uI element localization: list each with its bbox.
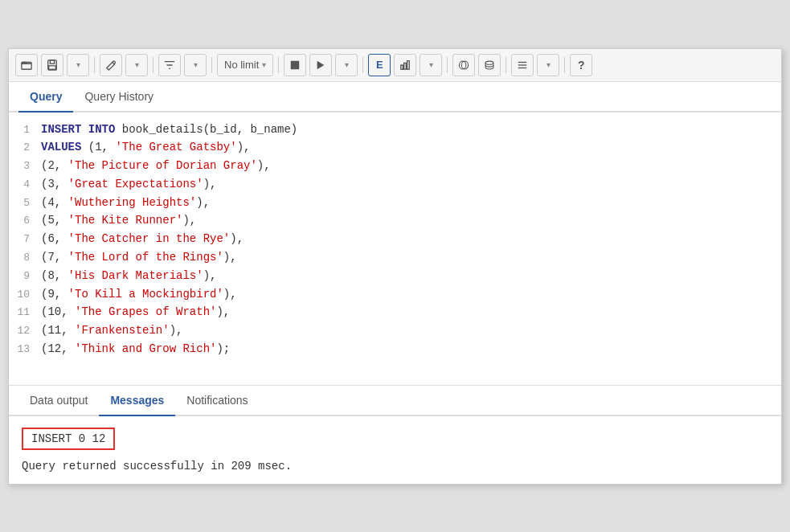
- code-token: 'The Great Gatsby': [115, 141, 236, 153]
- chart-button[interactable]: [394, 54, 416, 76]
- code-token: ),: [257, 159, 271, 172]
- output-area: Data output Messages Notifications INSER…: [9, 386, 781, 484]
- line-code: (11, 'Frankenstein'),: [41, 321, 781, 339]
- code-token: (12,: [41, 342, 75, 355]
- save-button[interactable]: [41, 54, 63, 76]
- sql-editor[interactable]: 1INSERT INTO book_details(b_id, b_name)2…: [9, 113, 781, 386]
- code-line-8: 8(7, 'The Lord of the Rings'),: [9, 248, 781, 267]
- code-line-11: 11(10, 'The Grapes of Wrath'),: [9, 303, 781, 321]
- code-line-3: 3(2, 'The Picture of Dorian Gray'),: [9, 157, 781, 175]
- code-token: 'To Kill a Mockingbird': [68, 288, 223, 301]
- save-dropdown-button[interactable]: ▾: [67, 54, 89, 76]
- insert-result: INSERT 0 12: [22, 428, 115, 450]
- line-code: (10, 'The Grapes of Wrath'),: [41, 303, 781, 321]
- storage2-button[interactable]: [478, 54, 501, 76]
- menu-dropdown-button[interactable]: ▾: [537, 54, 559, 76]
- chevron-down-icon-4: ▾: [262, 60, 266, 69]
- no-limit-dropdown[interactable]: No limit ▾: [217, 54, 273, 76]
- stop-button[interactable]: [284, 54, 306, 76]
- separator-7: [506, 57, 506, 73]
- svg-rect-1: [48, 59, 57, 69]
- help-button[interactable]: ?: [570, 54, 592, 76]
- code-token: ),: [182, 214, 196, 227]
- code-token: 'The Picture of Dorian Gray': [68, 159, 257, 172]
- separator-3: [211, 57, 212, 73]
- code-line-9: 9(8, 'His Dark Materials'),: [9, 267, 781, 285]
- line-number: 10: [9, 287, 41, 304]
- code-token: (3,: [41, 178, 68, 190]
- chart-dropdown-button[interactable]: ▾: [420, 54, 442, 76]
- tab-messages[interactable]: Messages: [99, 386, 175, 416]
- chevron-down-icon-5: ▾: [345, 60, 349, 69]
- svg-rect-3: [49, 65, 56, 68]
- line-number: 3: [9, 158, 41, 175]
- line-code: (5, 'The Kite Runner'),: [41, 211, 781, 229]
- code-line-4: 4(3, 'Great Expectations'),: [9, 175, 781, 194]
- code-token: 'The Catcher in the Rye': [68, 232, 231, 245]
- code-token: 'Frankenstein': [75, 324, 170, 337]
- menu-button[interactable]: [511, 54, 534, 76]
- line-code: INSERT INTO book_details(b_id, b_name): [41, 121, 781, 138]
- svg-rect-4: [291, 60, 300, 69]
- separator-5: [362, 57, 363, 73]
- code-token: ),: [230, 232, 244, 245]
- code-line-10: 10(9, 'To Kill a Mockingbird'),: [9, 285, 781, 304]
- chevron-down-icon-2: ▾: [135, 60, 139, 69]
- success-message: Query returned successfully in 209 msec.: [22, 460, 768, 473]
- line-number: 2: [9, 140, 41, 157]
- line-number: 8: [9, 250, 41, 267]
- line-number: 12: [9, 323, 41, 340]
- code-token: (10,: [41, 305, 75, 318]
- output-content: INSERT 0 12 Query returned successfully …: [9, 416, 781, 484]
- svg-rect-8: [407, 60, 410, 69]
- query-tabs: Query Query History: [9, 82, 781, 113]
- run-dropdown-button[interactable]: ▾: [335, 54, 358, 76]
- code-token: (9,: [41, 288, 68, 301]
- filter-dropdown-button[interactable]: ▾: [184, 54, 207, 76]
- tab-data-output[interactable]: Data output: [18, 386, 99, 416]
- edit-dropdown-button[interactable]: ▾: [125, 54, 148, 76]
- code-token: ),: [237, 141, 251, 153]
- code-line-7: 7(6, 'The Catcher in the Rye'),: [9, 230, 781, 248]
- main-window: ▾ ▾ ▾ No limit ▾: [8, 48, 782, 485]
- separator-1: [94, 57, 95, 73]
- separator-2: [153, 57, 153, 73]
- separator-8: [564, 57, 565, 73]
- code-token: (4,: [41, 196, 68, 209]
- tab-query-history[interactable]: Query History: [73, 82, 165, 113]
- code-token: ),: [223, 288, 237, 301]
- line-number: 6: [9, 213, 41, 230]
- scratch-button[interactable]: [452, 54, 475, 76]
- line-code: (9, 'To Kill a Mockingbird'),: [41, 285, 781, 303]
- explain-button[interactable]: E: [368, 54, 391, 76]
- chevron-down-icon-6: ▾: [429, 60, 433, 69]
- line-number: 4: [9, 177, 41, 194]
- svg-marker-5: [317, 60, 325, 69]
- code-token: ),: [223, 251, 237, 264]
- edit-button[interactable]: [100, 54, 122, 76]
- code-token: VALUES: [41, 141, 88, 153]
- run-button[interactable]: [309, 54, 332, 76]
- line-number: 7: [9, 231, 41, 248]
- code-line-1: 1INSERT INTO book_details(b_id, b_name): [9, 121, 781, 139]
- code-token: 'The Grapes of Wrath': [75, 305, 216, 318]
- line-code: (3, 'Great Expectations'),: [41, 175, 781, 193]
- code-token: ),: [203, 269, 217, 282]
- line-number: 5: [9, 195, 41, 212]
- separator-4: [278, 57, 279, 73]
- tab-query[interactable]: Query: [18, 82, 73, 113]
- code-token: 'Wuthering Heights': [68, 196, 197, 209]
- code-token: ),: [216, 305, 230, 318]
- no-limit-label: No limit: [224, 59, 259, 71]
- code-line-12: 12(11, 'Frankenstein'),: [9, 321, 781, 340]
- tab-notifications[interactable]: Notifications: [175, 386, 259, 416]
- filter-button[interactable]: [158, 54, 181, 76]
- code-token: ),: [203, 178, 217, 190]
- code-token: 'The Lord of the Rings': [68, 251, 223, 264]
- svg-rect-6: [401, 65, 403, 69]
- svg-rect-2: [50, 59, 54, 63]
- open-folder-button[interactable]: [15, 54, 38, 76]
- line-code: VALUES (1, 'The Great Gatsby'),: [41, 138, 781, 156]
- line-code: (12, 'Think and Grow Rich');: [41, 340, 781, 358]
- svg-point-11: [485, 61, 493, 64]
